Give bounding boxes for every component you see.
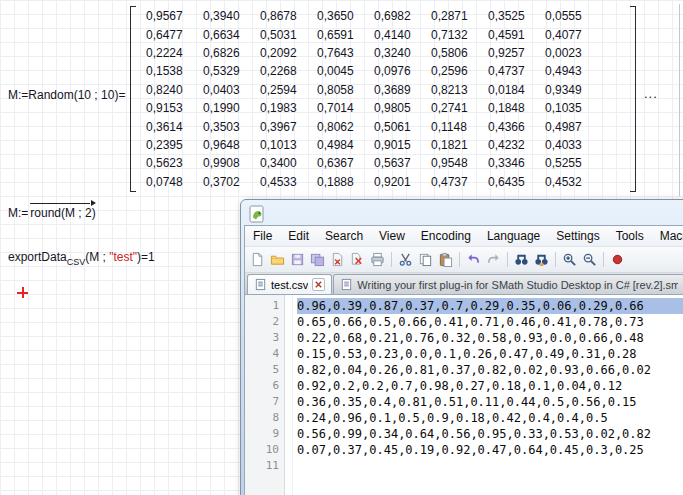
record-macro-icon[interactable] <box>608 250 627 269</box>
menu-item[interactable]: File <box>245 226 280 246</box>
menu-item[interactable]: View <box>371 226 413 246</box>
undo-icon[interactable] <box>464 250 483 269</box>
matrix-cell: 0,9805 <box>374 99 431 117</box>
export-result: 1 <box>148 250 155 264</box>
matrix-cell: 0,3650 <box>317 7 374 25</box>
toolbar-separator <box>603 252 604 267</box>
save-all-icon[interactable] <box>308 250 327 269</box>
new-file-icon[interactable] <box>248 250 267 269</box>
matrix-cell: 0,4737 <box>431 173 488 191</box>
tab-plugin-document[interactable]: Writing your first plug-in for SMath Stu… <box>333 274 683 294</box>
menu-bar[interactable]: FileEditSearchViewEncodingLanguageSettin… <box>245 226 683 247</box>
export-data-expression[interactable]: exportDataCSV(M ; "test")=1 <box>8 250 155 264</box>
line-number: 8 <box>245 410 279 426</box>
menu-item[interactable]: Settings <box>548 226 607 246</box>
notepadpp-window[interactable]: FileEditSearchViewEncodingLanguageSettin… <box>240 199 683 495</box>
matrix-cell: 0,8678 <box>260 7 317 25</box>
export-args-close: )= <box>137 250 148 264</box>
line-number: 1 <box>245 298 279 314</box>
matrix-cell: 0,6367 <box>317 154 374 172</box>
matrix-cell: 0,2268 <box>260 62 317 80</box>
toolbar-separator <box>507 252 508 267</box>
editor[interactable]: 1234567891011 0.96,0.39,0.87,0.37,0.7,0.… <box>245 295 683 495</box>
matrix-cell: 0,2741 <box>431 99 488 117</box>
export-function-name: exportData <box>8 250 67 264</box>
matrix-cell: 0,9548 <box>431 154 488 172</box>
menu-item[interactable]: Edit <box>280 226 317 246</box>
matrix-cell: 0,0976 <box>374 62 431 80</box>
menu-item[interactable]: Macro <box>652 226 683 246</box>
zoom-in-icon[interactable] <box>560 250 579 269</box>
matrix-cell: 0,6435 <box>488 173 545 191</box>
matrix-cell: 0,7643 <box>317 44 374 62</box>
worksheet-page-margin-line <box>679 4 680 196</box>
matrix-cell: 0,4140 <box>374 26 431 44</box>
redo-icon[interactable] <box>484 250 503 269</box>
menu-item[interactable]: Search <box>317 226 371 246</box>
open-folder-icon[interactable] <box>268 250 287 269</box>
matrix-row: 0,91530,19900,19830,70140,98050,27410,18… <box>146 99 602 117</box>
tab-test-csv[interactable]: test.csv <box>247 274 332 294</box>
replace-icon[interactable] <box>532 250 551 269</box>
find-icon[interactable] <box>512 250 531 269</box>
round-definition[interactable]: M:=round(M ; 2) <box>8 206 96 220</box>
matrix-cell: 0,9648 <box>203 136 260 154</box>
bookmark-margin[interactable] <box>285 295 293 495</box>
export-args-open: (M ; <box>85 250 109 264</box>
matrix-cell: 0,4033 <box>545 136 602 154</box>
matrix-cell: 0,1538 <box>146 62 203 80</box>
matrix-definition-lhs[interactable]: M:=Random(10 ; 10)= <box>8 88 125 102</box>
csv-line: 0.96,0.39,0.87,0.37,0.7,0.29,0.35,0.06,0… <box>297 298 683 314</box>
notepadpp-app-icon <box>248 205 266 223</box>
matrix-right-bracket <box>630 6 636 192</box>
toolbar-separator <box>391 252 392 267</box>
tab-close-icon[interactable] <box>312 278 325 291</box>
matrix-cell: 0,3940 <box>203 7 260 25</box>
tab-label: Writing your first plug-in for SMath Stu… <box>357 279 678 291</box>
close-file-icon[interactable] <box>328 250 347 269</box>
tab-bar: test.csv Writing your first plug-in for … <box>245 273 683 295</box>
tab-label: test.csv <box>271 279 308 291</box>
menu-item[interactable]: Language <box>479 226 548 246</box>
matrix-cell: 0,4532 <box>545 173 602 191</box>
matrix-cell: 0,1821 <box>431 136 488 154</box>
csv-line <box>297 458 683 474</box>
paste-icon[interactable] <box>436 250 455 269</box>
copy-icon[interactable] <box>416 250 435 269</box>
matrix-cell: 0,6477 <box>146 26 203 44</box>
matrix-cell: 0,5329 <box>203 62 260 80</box>
menu-item[interactable]: Tools <box>608 226 652 246</box>
matrix-cell: 0,7014 <box>317 99 374 117</box>
csv-line: 0.82,0.04,0.26,0.81,0.37,0.82,0.02,0.93,… <box>297 362 683 378</box>
close-all-icon[interactable] <box>348 250 367 269</box>
line-number: 5 <box>245 362 279 378</box>
line-number: 11 <box>245 458 279 474</box>
save-icon[interactable] <box>288 250 307 269</box>
smath-cursor-cross-icon <box>17 287 28 298</box>
line-number: 9 <box>245 426 279 442</box>
matrix-cell: 0,8213 <box>431 81 488 99</box>
csv-line: 0.22,0.68,0.21,0.76,0.32,0.58,0.93,0.0,0… <box>297 330 683 346</box>
cut-icon[interactable] <box>396 250 415 269</box>
matrix-cell: 0,1035 <box>545 99 602 117</box>
zoom-out-icon[interactable] <box>580 250 599 269</box>
matrix-cell: 0,3346 <box>488 154 545 172</box>
matrix-cell: 0,0045 <box>317 62 374 80</box>
matrix-cell: 0,1888 <box>317 173 374 191</box>
matrix-cell: 0,5637 <box>374 154 431 172</box>
notepadpp-titlebar[interactable] <box>244 200 683 225</box>
matrix-cell: 0,3525 <box>488 7 545 25</box>
matrix-result[interactable]: 0,95670,39400,86780,36500,69820,28710,35… <box>130 6 636 192</box>
file-icon <box>254 278 267 291</box>
menu-item[interactable]: Encoding <box>413 226 479 246</box>
matrix-cell: 0,5255 <box>545 154 602 172</box>
line-number: 3 <box>245 330 279 346</box>
matrix-row: 0,15380,53290,22680,00450,09760,25960,47… <box>146 62 602 80</box>
csv-line: 0.24,0.96,0.1,0.5,0.9,0.18,0.42,0.4,0.4,… <box>297 410 683 426</box>
matrix-cell: 0,5031 <box>260 26 317 44</box>
csv-text-area[interactable]: 0.96,0.39,0.87,0.37,0.7,0.29,0.35,0.06,0… <box>293 295 683 495</box>
matrix-cell: 0,3967 <box>260 118 317 136</box>
matrix-cell: 0,3702 <box>203 173 260 191</box>
matrix-cell: 0,7132 <box>431 26 488 44</box>
print-icon[interactable] <box>368 250 387 269</box>
